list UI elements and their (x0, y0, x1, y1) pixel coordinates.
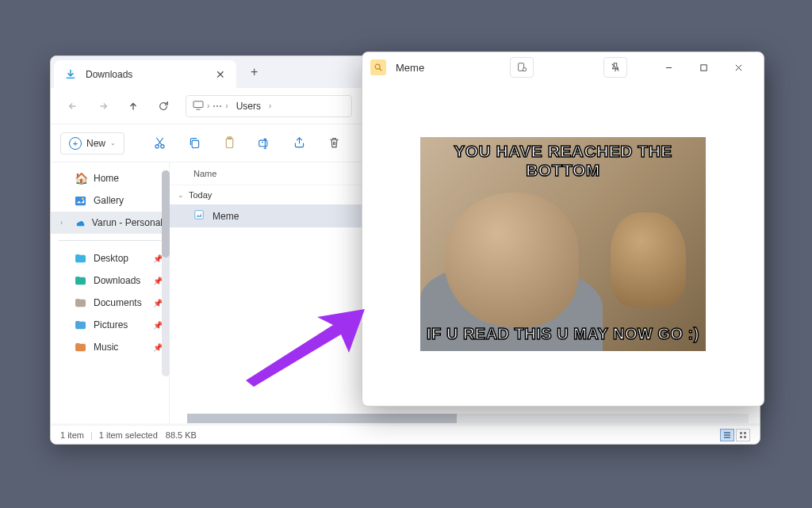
delete-button[interactable] (320, 129, 348, 158)
group-label: Today (189, 190, 212, 200)
meme-bottom-text: IF U READ THIS U MAY NOW GO :) (420, 325, 706, 343)
share-button[interactable] (285, 129, 313, 158)
minimize-button[interactable] (651, 55, 686, 79)
horizontal-scrollbar-thumb[interactable] (187, 414, 457, 423)
svg-point-16 (523, 67, 526, 71)
view-toggle (720, 429, 750, 441)
preview-title: Meme (396, 62, 424, 74)
svg-rect-10 (740, 432, 742, 434)
status-item-count: 1 item (60, 430, 84, 440)
svg-rect-17 (700, 64, 706, 70)
ellipsis-icon[interactable]: ⋯ (213, 101, 222, 112)
chevron-right-icon[interactable]: › (207, 101, 209, 110)
thumbnails-view-button[interactable] (736, 429, 750, 441)
sidebar-item-pictures[interactable]: Pictures 📌 (51, 314, 169, 336)
sidebar-item-label: Documents (94, 297, 142, 308)
file-action-button[interactable] (510, 57, 534, 78)
sidebar-item-label: Home (94, 173, 119, 184)
pictures-folder-icon (75, 319, 87, 331)
sidebar-item-label: Downloads (94, 275, 140, 286)
horizontal-scrollbar-track[interactable] (187, 414, 749, 423)
svg-rect-4 (226, 139, 233, 148)
onedrive-icon (74, 216, 86, 229)
desktop-folder-icon (75, 252, 87, 265)
meme-image: YOU HAVE REACHED THE BOTTOM IF U READ TH… (420, 137, 706, 351)
plus-circle-icon: + (69, 137, 82, 150)
svg-rect-11 (744, 432, 746, 434)
tab-label: Downloads (86, 69, 132, 80)
new-label: New (86, 138, 105, 149)
svg-rect-12 (740, 436, 742, 438)
meme-top-text: YOU HAVE REACHED THE BOTTOM (420, 142, 706, 180)
cut-button[interactable] (145, 129, 174, 158)
sidebar-item-desktop[interactable]: Desktop 📌 (51, 247, 169, 269)
preview-window: Meme YOU HAVE (362, 52, 764, 407)
sidebar-item-label: Gallery (94, 195, 124, 206)
chevron-right-icon[interactable]: › (225, 101, 228, 110)
status-size: 88.5 KB (166, 430, 197, 440)
address-bar[interactable]: › ⋯ › Users › (186, 95, 352, 117)
sidebar-item-documents[interactable]: Documents 📌 (51, 292, 169, 314)
download-icon (65, 68, 78, 81)
chevron-right-icon[interactable]: › (60, 219, 67, 227)
chevron-down-icon: ⌄ (110, 139, 116, 147)
status-selection: 1 item selected (99, 430, 158, 440)
new-tab-button[interactable]: + (236, 65, 272, 79)
svg-rect-13 (744, 436, 746, 438)
copy-button[interactable] (180, 129, 209, 158)
sidebar-item-label: Desktop (94, 253, 128, 264)
unpin-button[interactable] (603, 57, 627, 78)
gallery-icon (75, 194, 87, 207)
file-name: Meme (213, 211, 239, 222)
svg-point-1 (155, 145, 158, 148)
details-view-button[interactable] (720, 429, 734, 441)
sidebar-item-label: Varun - Personal (92, 217, 163, 228)
svg-point-8 (82, 197, 83, 199)
magnifier-folder-icon (370, 59, 386, 75)
close-button[interactable] (721, 55, 756, 79)
preview-content: YOU HAVE REACHED THE BOTTOM IF U READ TH… (362, 82, 764, 406)
status-bar: 1 item | 1 item selected 88.5 KB (51, 425, 760, 444)
window-controls (651, 55, 756, 79)
svg-rect-3 (192, 140, 199, 147)
tab-close-icon[interactable]: ✕ (216, 68, 225, 81)
navigation-sidebar: 🏠 Home Gallery › Varun - Personal (51, 162, 170, 423)
svg-point-14 (375, 64, 380, 69)
svg-rect-9 (195, 211, 204, 220)
sidebar-item-music[interactable]: Music 📌 (51, 336, 169, 358)
tab-downloads[interactable]: Downloads ✕ (54, 60, 236, 89)
downloads-folder-icon (75, 274, 87, 287)
sidebar-item-label: Music (94, 342, 118, 353)
image-file-icon (193, 209, 206, 223)
sidebar-item-home[interactable]: 🏠 Home (51, 167, 169, 189)
svg-rect-6 (259, 140, 266, 147)
sidebar-item-downloads[interactable]: Downloads 📌 (51, 269, 169, 292)
documents-folder-icon (75, 296, 87, 309)
sidebar-scrollbar-thumb[interactable] (162, 170, 170, 258)
status-separator: | (90, 430, 93, 440)
sidebar-divider (59, 240, 161, 241)
svg-rect-0 (193, 101, 203, 107)
maximize-button[interactable] (686, 55, 721, 79)
rename-button[interactable] (250, 129, 278, 158)
sidebar-item-onedrive[interactable]: › Varun - Personal (51, 212, 169, 234)
home-icon: 🏠 (75, 172, 87, 185)
refresh-button[interactable] (149, 92, 178, 120)
back-button[interactable] (59, 92, 87, 120)
sidebar-item-label: Pictures (94, 319, 128, 330)
forward-button[interactable] (89, 92, 117, 120)
column-name: Name (193, 169, 216, 178)
preview-titlebar[interactable]: Meme (362, 52, 764, 82)
svg-point-2 (160, 145, 163, 148)
chevron-down-icon: ⌄ (178, 191, 184, 199)
chevron-right-icon[interactable]: › (269, 101, 271, 110)
music-folder-icon (75, 341, 87, 353)
sidebar-item-gallery[interactable]: Gallery (51, 189, 169, 212)
up-button[interactable] (119, 92, 147, 120)
new-button[interactable]: + New ⌄ (60, 132, 124, 155)
pc-icon (193, 99, 204, 113)
paste-button[interactable] (215, 129, 243, 158)
breadcrumb-users[interactable]: Users (232, 99, 266, 113)
